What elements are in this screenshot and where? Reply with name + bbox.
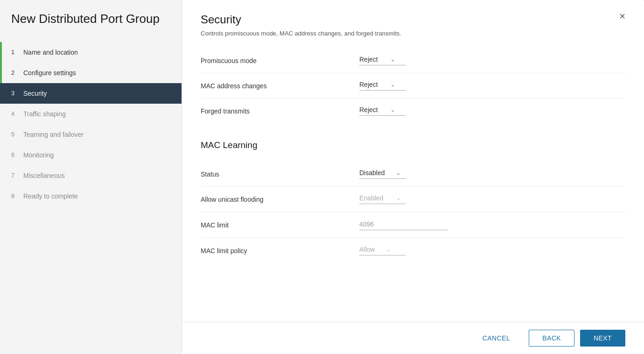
sidebar: New Distributed Port Group 1 Name and lo…: [0, 0, 182, 354]
main-content: Security Controls promiscuous mode, MAC …: [182, 0, 644, 354]
form-area: Promiscuous mode Reject Accept ⌄: [182, 37, 644, 322]
mac-limit-control: [359, 219, 625, 230]
sidebar-item-label-6: Monitoring: [23, 151, 54, 159]
section-gap: [201, 131, 625, 140]
promiscuous-mode-select-wrapper[interactable]: Reject Accept ⌄: [359, 56, 406, 65]
mac-learning-heading: MAC Learning: [201, 140, 625, 150]
sidebar-item-label-4: Traffic shaping: [23, 110, 66, 118]
step-num-2: 2: [11, 69, 19, 76]
sidebar-item-name-and-location[interactable]: 1 Name and location: [0, 42, 182, 63]
promiscuous-mode-control: Reject Accept ⌄: [359, 56, 625, 65]
sidebar-item-label-5: Teaming and failover: [23, 131, 84, 138]
allow-unicast-flooding-control: Enabled Disabled ⌄: [359, 194, 625, 204]
step-num-7: 7: [11, 172, 19, 179]
content-header: Security Controls promiscuous mode, MAC …: [182, 0, 644, 37]
allow-unicast-flooding-row: Allow unicast flooding Enabled Disabled …: [201, 187, 625, 212]
sidebar-item-traffic-shaping[interactable]: 4 Traffic shaping: [0, 104, 182, 124]
allow-unicast-flooding-label: Allow unicast flooding: [201, 196, 359, 203]
status-control: Disabled Enabled ⌄: [359, 169, 625, 179]
status-select[interactable]: Disabled Enabled: [359, 169, 394, 177]
sidebar-item-configure-settings[interactable]: 2 Configure settings: [0, 63, 182, 83]
mac-limit-input[interactable]: [359, 219, 448, 230]
mac-limit-policy-select-wrapper[interactable]: Allow Drop ⌄: [359, 246, 406, 255]
forged-transmits-chevron-icon: ⌄: [391, 107, 395, 113]
sidebar-item-monitoring[interactable]: 6 Monitoring: [0, 145, 182, 165]
mac-limit-policy-control: Allow Drop ⌄: [359, 246, 625, 255]
back-button[interactable]: BACK: [529, 330, 574, 347]
mac-learning-section: MAC Learning Status Disabled Enabled ⌄: [201, 140, 625, 263]
mac-limit-policy-label: MAC limit policy: [201, 247, 359, 255]
mac-address-changes-chevron-icon: ⌄: [391, 82, 395, 88]
sidebar-item-label-3: Security: [23, 90, 47, 97]
status-label: Status: [201, 170, 359, 178]
promiscuous-mode-label: Promiscuous mode: [201, 57, 359, 64]
step-num-5: 5: [11, 131, 19, 138]
mac-limit-policy-select[interactable]: Allow Drop: [359, 246, 385, 253]
promiscuous-mode-chevron-icon: ⌄: [391, 57, 395, 63]
sidebar-title: New Distributed Port Group: [0, 11, 182, 42]
forged-transmits-select-wrapper[interactable]: Reject Accept ⌄: [359, 106, 406, 116]
cancel-button[interactable]: CANCEL: [469, 330, 523, 347]
mac-limit-row: MAC limit: [201, 212, 625, 238]
dialog-body: New Distributed Port Group 1 Name and lo…: [0, 0, 644, 354]
step-num-1: 1: [11, 49, 19, 56]
footer: CANCEL BACK NEXT: [182, 322, 644, 354]
sidebar-item-teaming-failover[interactable]: 5 Teaming and failover: [0, 124, 182, 145]
close-button[interactable]: ×: [619, 11, 625, 21]
forged-transmits-label: Forged transmits: [201, 107, 359, 115]
step-num-6: 6: [11, 151, 19, 158]
forged-transmits-control: Reject Accept ⌄: [359, 106, 625, 116]
new-distributed-port-group-dialog: New Distributed Port Group 1 Name and lo…: [0, 0, 644, 354]
forged-transmits-select[interactable]: Reject Accept: [359, 106, 389, 113]
mac-limit-label: MAC limit: [201, 221, 359, 229]
content-title: Security: [201, 13, 401, 26]
next-button[interactable]: NEXT: [580, 330, 625, 347]
sidebar-item-security[interactable]: 3 Security: [0, 83, 182, 104]
mac-address-changes-select-wrapper[interactable]: Reject Accept ⌄: [359, 81, 406, 91]
sidebar-item-label-7: Miscellaneous: [23, 172, 65, 179]
step-num-4: 4: [11, 110, 19, 117]
content-title-area: Security Controls promiscuous mode, MAC …: [201, 13, 401, 37]
mac-limit-policy-chevron-icon: ⌄: [386, 247, 391, 253]
promiscuous-mode-row: Promiscuous mode Reject Accept ⌄: [201, 48, 625, 73]
promiscuous-mode-select[interactable]: Reject Accept: [359, 56, 389, 63]
mac-address-changes-control: Reject Accept ⌄: [359, 81, 625, 91]
mac-limit-policy-row: MAC limit policy Allow Drop ⌄: [201, 238, 625, 263]
mac-address-changes-label: MAC address changes: [201, 82, 359, 90]
sidebar-item-ready-to-complete[interactable]: 8 Ready to complete: [0, 186, 182, 206]
security-section: Promiscuous mode Reject Accept ⌄: [201, 48, 625, 123]
sidebar-item-miscellaneous[interactable]: 7 Miscellaneous: [0, 165, 182, 186]
status-chevron-icon: ⌄: [396, 170, 400, 176]
sidebar-item-label-8: Ready to complete: [23, 192, 78, 200]
allow-unicast-flooding-select[interactable]: Enabled Disabled: [359, 194, 394, 202]
allow-unicast-flooding-chevron-icon: ⌄: [396, 195, 400, 201]
status-select-wrapper[interactable]: Disabled Enabled ⌄: [359, 169, 406, 179]
step-num-3: 3: [11, 90, 19, 97]
allow-unicast-flooding-select-wrapper[interactable]: Enabled Disabled ⌄: [359, 194, 406, 204]
forged-transmits-row: Forged transmits Reject Accept ⌄: [201, 99, 625, 123]
sidebar-item-label-1: Name and location: [23, 49, 78, 56]
status-row: Status Disabled Enabled ⌄: [201, 162, 625, 187]
content-subtitle: Controls promiscuous mode, MAC address c…: [201, 30, 401, 37]
mac-address-changes-select[interactable]: Reject Accept: [359, 81, 389, 88]
sidebar-item-label-2: Configure settings: [23, 69, 76, 77]
mac-address-changes-row: MAC address changes Reject Accept ⌄: [201, 73, 625, 99]
step-num-8: 8: [11, 192, 19, 199]
